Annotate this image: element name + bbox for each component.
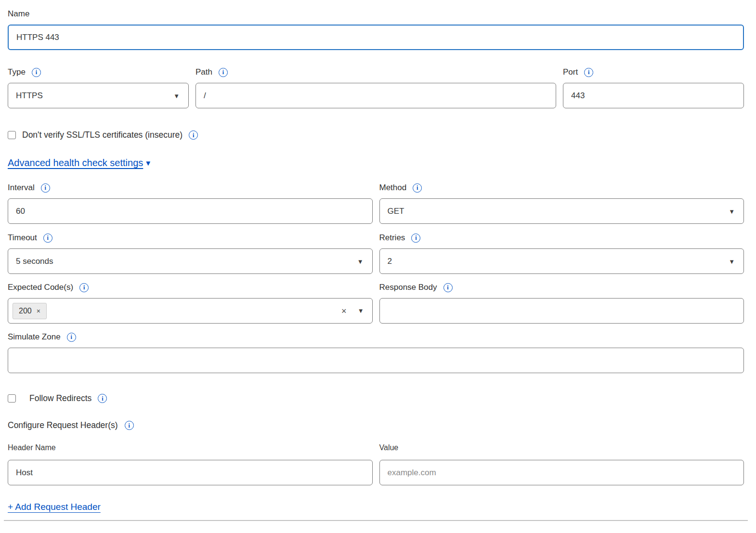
type-info-icon[interactable]: i [32, 68, 41, 77]
expected-codes-label-text: Expected Code(s) [8, 282, 73, 293]
advanced-settings-container: Advanced health check settings ▼ [8, 140, 744, 169]
interval-method-row: Interval i Method i GET ▼ [8, 182, 744, 224]
timeout-info-icon[interactable]: i [43, 234, 52, 243]
health-check-form: Name Type i HTTPS ▼ Path i Port i [0, 0, 756, 521]
path-field: Path i [196, 67, 556, 108]
path-input[interactable] [196, 83, 556, 108]
timeout-retries-row: Timeout i 5 seconds ▼ Retries i 2 ▼ [8, 233, 744, 274]
interval-info-icon[interactable]: i [41, 183, 50, 193]
chevron-down-icon: ▼ [173, 92, 180, 99]
name-input[interactable] [8, 25, 744, 50]
interval-label-text: Interval [8, 182, 35, 193]
follow-redirects-row: Follow Redirects i [8, 393, 744, 403]
chevron-down-icon: ▼ [357, 258, 364, 264]
ssl-verify-info-icon[interactable]: i [189, 130, 198, 140]
follow-redirects-label: Follow Redirects [29, 393, 91, 403]
interval-label: Interval i [8, 182, 373, 193]
type-select[interactable]: HTTPS ▼ [8, 83, 189, 108]
expected-codes-info-icon[interactable]: i [79, 283, 89, 292]
request-headers-section-text: Configure Request Header(s) [8, 420, 118, 430]
request-headers-section-label: Configure Request Header(s) i [8, 420, 744, 430]
method-select[interactable]: GET ▼ [379, 198, 744, 224]
type-label-text: Type [8, 67, 26, 78]
expected-codes-select[interactable]: 200 × × ▼ [8, 298, 373, 324]
timeout-select-value: 5 seconds [16, 257, 53, 266]
follow-redirects-checkbox[interactable] [8, 394, 16, 403]
retries-info-icon[interactable]: i [411, 234, 420, 243]
add-header-container: + Add Request Header [8, 485, 744, 512]
port-label: Port i [563, 67, 744, 78]
response-body-input[interactable] [379, 298, 744, 324]
response-body-label-text: Response Body [379, 282, 437, 293]
header-value-label: Value [379, 443, 744, 453]
response-body-info-icon[interactable]: i [443, 283, 453, 292]
codes-body-row: Expected Code(s) i 200 × × ▼ Response Bo… [8, 282, 744, 324]
ssl-verify-label: Don't verify SSL/TLS certificates (insec… [22, 130, 182, 140]
remove-tag-icon[interactable]: × [37, 308, 40, 314]
add-request-header-link[interactable]: + Add Request Header [8, 502, 101, 512]
response-body-label: Response Body i [379, 282, 744, 293]
header-value-input[interactable] [379, 460, 744, 485]
path-label: Path i [196, 67, 556, 78]
method-info-icon[interactable]: i [413, 183, 422, 193]
triangle-down-icon: ▼ [144, 159, 152, 167]
path-label-text: Path [196, 67, 212, 78]
retries-select-value: 2 [388, 257, 392, 266]
type-path-port-row: Type i HTTPS ▼ Path i Port i [8, 67, 744, 108]
chevron-down-icon[interactable]: ▼ [358, 308, 364, 314]
expected-codes-label: Expected Code(s) i [8, 282, 373, 293]
advanced-settings-link-text: Advanced health check settings [8, 157, 143, 169]
method-label: Method i [379, 182, 744, 193]
name-field: Name [8, 9, 744, 50]
simulate-zone-field: Simulate Zone i [8, 332, 744, 373]
ssl-verify-checkbox[interactable] [8, 131, 16, 139]
ssl-verify-row: Don't verify SSL/TLS certificates (insec… [8, 130, 744, 140]
bottom-divider [4, 520, 748, 521]
multiselect-controls: × ▼ [341, 307, 364, 315]
timeout-label: Timeout i [8, 233, 373, 243]
chevron-down-icon: ▼ [729, 208, 735, 214]
timeout-label-text: Timeout [8, 233, 37, 243]
port-info-icon[interactable]: i [584, 68, 593, 77]
add-request-header-link-text: + Add Request Header [8, 502, 101, 512]
expected-code-tag-text: 200 [19, 307, 32, 315]
type-field: Type i HTTPS ▼ [8, 67, 189, 108]
simulate-zone-label: Simulate Zone i [8, 332, 744, 342]
header-name-field: Header Name [8, 443, 373, 485]
retries-label: Retries i [379, 233, 744, 243]
retries-label-text: Retries [379, 233, 405, 243]
path-info-icon[interactable]: i [219, 68, 228, 77]
port-field: Port i [563, 67, 744, 108]
header-name-input[interactable] [8, 460, 373, 485]
simulate-zone-info-icon[interactable]: i [67, 333, 76, 342]
name-label-text: Name [8, 9, 29, 19]
port-input[interactable] [563, 83, 744, 108]
advanced-settings-link[interactable]: Advanced health check settings ▼ [8, 157, 152, 169]
request-headers-info-icon[interactable]: i [125, 421, 134, 430]
header-value-field: Value [379, 443, 744, 485]
response-body-field: Response Body i [379, 282, 744, 324]
method-select-value: GET [388, 207, 404, 216]
interval-field: Interval i [8, 182, 373, 224]
expected-code-tag: 200 × [13, 303, 47, 319]
timeout-field: Timeout i 5 seconds ▼ [8, 233, 373, 274]
interval-input[interactable] [8, 198, 373, 224]
simulate-zone-label-text: Simulate Zone [8, 332, 61, 342]
type-label: Type i [8, 67, 189, 78]
name-label: Name [8, 9, 744, 19]
timeout-select[interactable]: 5 seconds ▼ [8, 248, 373, 274]
retries-field: Retries i 2 ▼ [379, 233, 744, 274]
chevron-down-icon: ▼ [729, 258, 735, 264]
retries-select[interactable]: 2 ▼ [379, 248, 744, 274]
simulate-zone-input[interactable] [8, 348, 744, 373]
method-field: Method i GET ▼ [379, 182, 744, 224]
clear-all-icon[interactable]: × [341, 307, 347, 315]
expected-codes-field: Expected Code(s) i 200 × × ▼ [8, 282, 373, 324]
header-name-label: Header Name [8, 443, 373, 453]
follow-redirects-info-icon[interactable]: i [98, 394, 107, 403]
port-label-text: Port [563, 67, 578, 78]
method-label-text: Method [379, 182, 407, 193]
type-select-value: HTTPS [16, 91, 43, 101]
request-header-row: Header Name Value [8, 443, 744, 485]
